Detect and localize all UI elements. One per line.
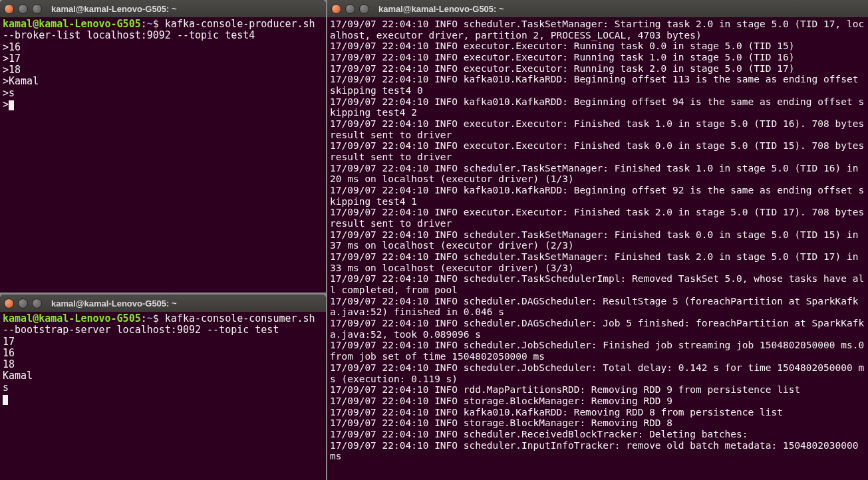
output-line: 16 — [3, 347, 15, 359]
prompt-path: ~ — [147, 18, 153, 30]
log-line: 17/09/07 22:04:10 INFO executor.Executor… — [330, 207, 865, 229]
prompt-user: kamal@kamal-Lenovo-G505 — [3, 312, 141, 324]
terminal-consumer[interactable]: kamal@kamal-Lenovo-G505: ~ kamal@kamal-L… — [0, 295, 326, 480]
output-line: s — [3, 382, 9, 394]
log-line: 17/09/07 22:04:10 INFO executor.Executor… — [330, 41, 865, 52]
prompt-user: kamal@kamal-Lenovo-G505 — [3, 18, 141, 30]
output-line: >s — [3, 87, 15, 99]
log-line: 17/09/07 22:04:10 INFO executor.Executor… — [330, 63, 865, 74]
log-line: 17/09/07 22:04:10 INFO kafka010.KafkaRDD… — [330, 407, 865, 418]
terminal-spark-log[interactable]: kamal@kamal-Lenovo-G505: ~ 17/09/07 22:0… — [327, 0, 868, 480]
log-line: 17/09/07 22:04:10 INFO rdd.MapPartitions… — [330, 384, 865, 396]
log-line: 17/09/07 22:04:10 INFO executor.Executor… — [330, 118, 865, 140]
log-line: 17/09/07 22:04:10 INFO executor.Executor… — [330, 52, 865, 63]
log-line: 17/09/07 22:04:10 INFO kafka010.KafkaRDD… — [330, 74, 865, 96]
log-line: 17/09/07 22:04:10 INFO scheduler.TaskSet… — [330, 19, 865, 41]
output-line: 18 — [3, 358, 15, 370]
log-line: 17/09/07 22:04:10 INFO scheduler.Receive… — [330, 429, 865, 440]
minimize-icon[interactable] — [18, 299, 28, 308]
output-line: Kamal — [3, 370, 33, 382]
output-line: >16 — [3, 41, 21, 53]
terminal-producer[interactable]: kamal@kamal-Lenovo-G505: ~ kamal@kamal-L… — [0, 0, 326, 293]
window-title: kamal@kamal-Lenovo-G505: ~ — [51, 299, 177, 308]
log-line: 17/09/07 22:04:10 INFO scheduler.TaskSet… — [330, 251, 865, 273]
minimize-icon[interactable] — [18, 4, 28, 14]
log-line: 17/09/07 22:04:10 INFO executor.Executor… — [330, 140, 865, 162]
titlebar[interactable]: kamal@kamal-Lenovo-G505: ~ — [327, 0, 868, 17]
log-line: 17/09/07 22:04:10 INFO kafka010.KafkaRDD… — [330, 185, 865, 207]
log-line: 17/09/07 22:04:10 INFO scheduler.DAGSche… — [330, 296, 865, 318]
titlebar[interactable]: kamal@kamal-Lenovo-G505: ~ — [0, 0, 326, 17]
output-line: >Kamal — [3, 75, 39, 87]
log-line: 17/09/07 22:04:10 INFO scheduler.DAGSche… — [330, 318, 865, 340]
close-icon[interactable] — [331, 4, 341, 14]
maximize-icon[interactable] — [359, 4, 369, 14]
log-line: 17/09/07 22:04:10 INFO scheduler.InputIn… — [330, 440, 865, 462]
cursor-icon — [3, 395, 8, 405]
maximize-icon[interactable] — [32, 4, 42, 14]
log-line: 17/09/07 22:04:10 INFO scheduler.TaskSet… — [330, 163, 865, 185]
prompt-path: ~ — [147, 312, 153, 324]
close-icon[interactable] — [4, 4, 14, 14]
log-line: 17/09/07 22:04:10 INFO scheduler.TaskSch… — [330, 273, 865, 295]
log-line: 17/09/07 22:04:10 INFO scheduler.JobSche… — [330, 340, 865, 362]
window-title: kamal@kamal-Lenovo-G505: ~ — [51, 4, 177, 14]
log-line: 17/09/07 22:04:10 INFO scheduler.TaskSet… — [330, 229, 865, 251]
log-line: 17/09/07 22:04:10 INFO scheduler.JobSche… — [330, 362, 865, 384]
output-line: > — [3, 98, 9, 110]
output-line: 17 — [3, 336, 15, 348]
output-line: >17 — [3, 53, 21, 64]
titlebar[interactable]: kamal@kamal-Lenovo-G505: ~ — [0, 295, 326, 312]
cursor-icon — [9, 100, 14, 110]
window-title: kamal@kamal-Lenovo-G505: ~ — [378, 4, 504, 14]
log-line: 17/09/07 22:04:10 INFO storage.BlockMana… — [330, 418, 865, 429]
minimize-icon[interactable] — [345, 4, 355, 14]
close-icon[interactable] — [4, 299, 14, 308]
log-line: 17/09/07 22:04:10 INFO storage.BlockMana… — [330, 396, 865, 407]
terminal-body[interactable]: 17/09/07 22:04:10 INFO scheduler.TaskSet… — [327, 17, 868, 480]
terminal-body[interactable]: kamal@kamal-Lenovo-G505:~$ kafka-console… — [0, 17, 326, 293]
maximize-icon[interactable] — [32, 299, 42, 308]
output-line: >18 — [3, 64, 21, 76]
log-line: 17/09/07 22:04:10 INFO kafka010.KafkaRDD… — [330, 96, 865, 118]
terminal-body[interactable]: kamal@kamal-Lenovo-G505:~$ kafka-console… — [0, 312, 326, 480]
